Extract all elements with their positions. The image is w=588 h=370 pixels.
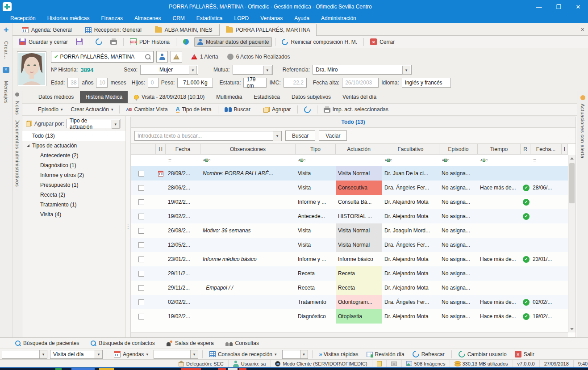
menu-item-historias-m-dicas[interactable]: Historias médicas <box>42 13 96 23</box>
filter-cell[interactable] <box>562 155 568 166</box>
table-row[interactable]: 19/02/2...Antecede...HISTORIAL ...Dr. Al… <box>131 209 568 223</box>
doc-tab[interactable]: PORRA PALLARÉS, MARTINA <box>219 24 317 36</box>
hijos-field[interactable]: 0 <box>148 78 158 88</box>
checkbox[interactable] <box>138 285 144 291</box>
busqueda-pacientes-button[interactable]: Búsqueda de pacientes <box>15 340 79 346</box>
refrescar-button[interactable]: Refrescar <box>410 350 447 358</box>
groupby-select[interactable]: Tipo de actuación <box>67 119 121 128</box>
column-header[interactable]: Fecha <box>166 144 200 154</box>
guardar-button[interactable] <box>73 37 86 47</box>
tree-item[interactable]: Antecedente (2) <box>22 151 125 160</box>
filter-cell[interactable]: ABC <box>382 155 439 166</box>
tree-item[interactable]: Presupuesto (1) <box>22 180 125 190</box>
column-header[interactable]: R <box>521 144 530 154</box>
column-header[interactable]: Episodio <box>439 144 478 154</box>
estatura-field[interactable]: 179 cm <box>243 78 267 88</box>
patient-card-button[interactable] <box>156 51 168 63</box>
table-row[interactable]: 19/02/2...Informe y ...Consulta Bá...Dr.… <box>131 195 568 209</box>
tab-visita-[interactable]: Visita - 28/09/2018 (10:10) <box>129 91 210 103</box>
maximize-button[interactable]: ❐ <box>549 0 568 13</box>
tab-estad-stica[interactable]: Estadística <box>248 91 285 103</box>
checkbox[interactable] <box>138 214 144 219</box>
refresh-button[interactable] <box>92 37 105 47</box>
menu-item-administraci-n[interactable]: Administración <box>315 13 362 23</box>
consultas-button[interactable]: Consultas <box>225 340 259 346</box>
table-row[interactable]: 29/11/2...- Empapol / /RecetaRecetaDr. A… <box>131 281 568 295</box>
close-button[interactable]: ✕ <box>568 0 588 13</box>
combo-empty-1[interactable] <box>2 350 47 359</box>
sidebar-item-documentos[interactable]: Documentos administrativos <box>15 119 20 187</box>
checkbox[interactable] <box>138 242 144 248</box>
table-row[interactable]: 29/11/2...RecetaRecetaDr. Alejandro Mota… <box>131 266 568 281</box>
checkbox[interactable] <box>138 256 144 262</box>
buscar-grid-button[interactable]: Buscar <box>285 130 315 141</box>
filter-cell[interactable] <box>131 155 156 166</box>
sidebar-item-alertas[interactable]: Actuaciones con alerta <box>580 104 585 158</box>
filter-cell[interactable] <box>521 155 530 166</box>
doc-tab[interactable]: ALBA MARIN, INES <box>148 24 219 35</box>
mutua-select[interactable] <box>233 65 273 75</box>
guardar-cerrar-button[interactable]: Guardar y cerrar <box>16 37 71 47</box>
minimize-button[interactable]: — <box>529 0 549 13</box>
sidebar-item-mensajes[interactable]: Mensajes <box>4 81 9 104</box>
menu-item-ayuda[interactable]: Ayuda <box>288 13 315 23</box>
revision-dia-button[interactable]: Revisión día <box>364 350 407 358</box>
menu-item-almacenes[interactable]: Almacenes <box>129 13 167 23</box>
crear-actuacion-button[interactable]: Crear Actuación▾ <box>68 105 117 114</box>
filter-cell[interactable]: ABC <box>478 155 521 166</box>
patient-search-input[interactable]: ✔ PORRA PALLARÉS, MARTINA <box>51 51 154 63</box>
doc-tab[interactable]: Agenda: General <box>15 24 79 35</box>
combo-empty-3[interactable] <box>282 350 308 359</box>
column-header[interactable] <box>131 144 156 154</box>
filter-cell[interactable]: ABC <box>200 155 296 166</box>
scroll-up-icon[interactable] <box>570 157 574 160</box>
filter-cell[interactable]: = <box>530 155 562 166</box>
meses-field[interactable]: 10 <box>96 78 108 88</box>
peso-field[interactable]: 71,000 Kg <box>177 78 213 88</box>
visitas-rapidas-button[interactable]: »Visitas rápidas <box>317 350 361 358</box>
referencia-select[interactable]: Dra. Miro <box>313 65 412 75</box>
cambiar-vista-button[interactable]: ABCambiar Vista <box>123 105 171 114</box>
checkbox[interactable] <box>138 228 144 234</box>
chart-button[interactable] <box>179 37 192 47</box>
checkbox[interactable] <box>138 271 144 277</box>
horizontal-scrollbar[interactable] <box>131 332 568 337</box>
table-row[interactable]: 28/06/2...VisitaConsecutivaDra. Ángeles … <box>131 181 568 195</box>
refrescar-lista-button[interactable] <box>301 105 314 114</box>
tree-item-todo[interactable]: Todo (13) <box>22 131 125 141</box>
menu-item-finanzas[interactable]: Finanzas <box>95 13 129 23</box>
checkbox[interactable] <box>138 314 144 320</box>
sidebar-item-crear[interactable]: Crear... <box>4 41 9 59</box>
table-row[interactable]: 12/05/2...VisitaVisita NormalDra. Ángele… <box>131 238 568 252</box>
expander-icon[interactable] <box>27 144 29 147</box>
print-button[interactable] <box>107 37 120 46</box>
combo-empty-2[interactable] <box>154 350 198 359</box>
sexo-select[interactable]: Mujer <box>140 65 198 75</box>
salir-button[interactable]: ×Salir <box>512 350 537 358</box>
column-header[interactable]: Facultativo <box>382 144 439 154</box>
warning-button[interactable] <box>171 51 182 63</box>
column-header[interactable]: I <box>562 144 568 154</box>
tree-item[interactable]: Visita (4) <box>22 210 125 219</box>
imc-field[interactable]: 22,2 <box>284 78 307 88</box>
fecha-alta-field[interactable]: 26/10/2003 <box>342 78 379 88</box>
doc-tab[interactable]: Recepción: General <box>79 24 148 35</box>
column-header[interactable]: Observaciones <box>200 144 296 154</box>
menu-item-crm[interactable]: CRM <box>167 13 190 23</box>
table-row[interactable]: 28/09/2...Nombre: PORRA PALLARÉ...Visita… <box>131 166 568 181</box>
filter-cell[interactable]: ABC <box>296 155 336 166</box>
filter-cell[interactable] <box>156 155 166 166</box>
visita-dia-select[interactable]: Visita del día <box>50 350 103 359</box>
consolas-button[interactable]: Consolas de recepción▾ <box>207 350 279 358</box>
tab-historia-m-dica[interactable]: Historia Médica <box>80 91 128 103</box>
filter-cell[interactable] <box>336 155 382 166</box>
salas-espera-button[interactable]: Salas de espera <box>167 340 214 346</box>
tree-group-tipos[interactable]: Tipos de actuación <box>22 141 125 151</box>
tab-ventas-del-d-a[interactable]: Ventas del día <box>337 91 382 103</box>
tab-datos-subjetivos[interactable]: Datos subjetivos <box>286 91 336 103</box>
scroll-thumb[interactable] <box>569 163 575 203</box>
filter-cell[interactable]: ABC <box>439 155 478 166</box>
tab-multimedia[interactable]: Multimedia <box>211 91 247 103</box>
reiniciar-button[interactable]: Reiniciar composición H. M. <box>279 37 360 47</box>
vertical-scrollbar[interactable] <box>568 155 575 332</box>
